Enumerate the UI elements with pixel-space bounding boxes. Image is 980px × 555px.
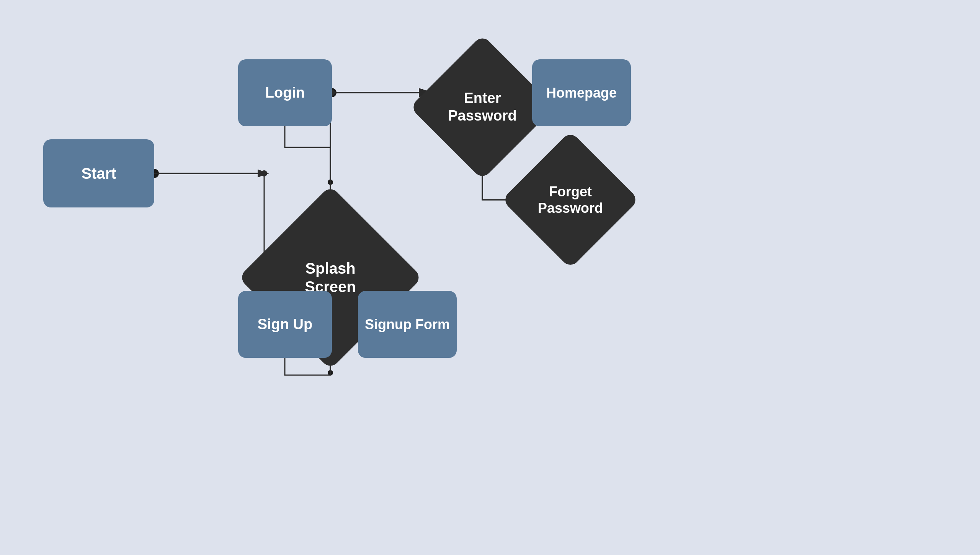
node-signup-label: Sign Up <box>258 316 313 333</box>
arrow-splash-login-line <box>285 122 330 182</box>
dot-start-splash-corner <box>261 170 267 176</box>
node-homepage: Homepage <box>532 59 631 126</box>
node-forgetpw-container: Forget Password <box>501 131 639 269</box>
node-signup: Sign Up <box>238 291 332 358</box>
node-signupform: Signup Form <box>358 291 457 358</box>
node-signupform-label: Signup Form <box>365 317 450 333</box>
node-start: Start <box>43 139 154 207</box>
node-start-label: Start <box>81 165 116 182</box>
node-forgetpw-diamond <box>501 131 639 268</box>
diagram-container: Start Splash Screen Login Enter Password… <box>0 0 980 555</box>
node-homepage-label: Homepage <box>546 85 617 101</box>
node-login: Login <box>238 59 332 126</box>
node-login-label: Login <box>265 85 305 101</box>
